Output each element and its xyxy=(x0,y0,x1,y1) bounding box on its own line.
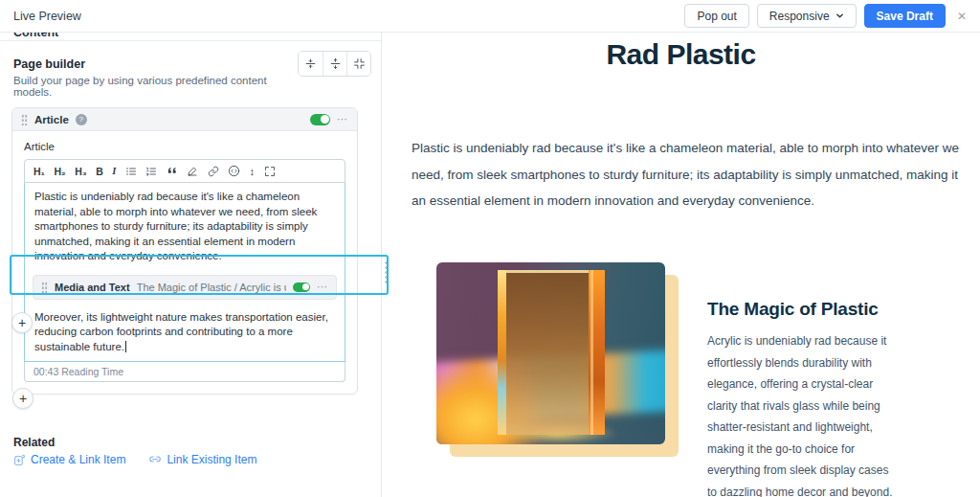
richtext-toolbar: H₁ H₂ H₃ B I xyxy=(24,159,345,183)
slab-left-edge xyxy=(498,270,506,435)
live-preview-app: { "topbar": { "title": "Live Preview", "… xyxy=(0,0,980,497)
pop-out-button[interactable]: Pop out xyxy=(684,4,748,28)
richtext-content[interactable]: Plastic is undeniably rad because it's l… xyxy=(24,182,345,362)
compress-icon xyxy=(353,57,366,70)
highlight-pen-icon xyxy=(187,166,198,177)
bullet-list-icon xyxy=(125,166,137,177)
link-existing-item-link[interactable]: Link Existing Item xyxy=(148,453,256,466)
embed-code-button[interactable] xyxy=(228,165,240,177)
embed-drag-handle-icon[interactable] xyxy=(41,282,48,293)
embed-overflow-menu[interactable]: ⋯ xyxy=(317,282,328,292)
expand-all-icon xyxy=(329,57,342,70)
italic-button[interactable]: I xyxy=(112,166,116,176)
help-icon[interactable]: ? xyxy=(76,114,87,125)
heading1-button[interactable]: H₁ xyxy=(33,166,45,177)
related-links: Create & Link Item Link Existing Item xyxy=(13,453,256,466)
highlight-pen-button[interactable] xyxy=(187,166,198,177)
add-block-inline-button[interactable]: + xyxy=(11,312,33,333)
page-builder-header: Page builder Build your page by using va… xyxy=(13,57,301,98)
slab-right-edge xyxy=(589,270,605,435)
article-paragraph-2[interactable]: Moreover, its lightweight nature makes t… xyxy=(25,304,345,362)
numbered-list-button[interactable] xyxy=(145,166,157,177)
add-block-button[interactable]: + xyxy=(12,388,33,409)
reading-time-status: 00:43 Reading Time xyxy=(24,362,345,382)
preview-media-text-column: The Magic of Plastic Acrylic is undeniab… xyxy=(707,262,899,497)
numbered-list-icon xyxy=(145,166,157,177)
preview-panel: Rad Plastic Plastic is undeniably rad be… xyxy=(382,33,980,497)
content-section-label: Content xyxy=(0,33,381,39)
acrylic-slab xyxy=(498,270,605,435)
heading3-button[interactable]: H₃ xyxy=(75,166,86,177)
panel-resize-handle[interactable] xyxy=(384,260,389,285)
link-button[interactable] xyxy=(208,166,219,177)
page-builder-toolbar xyxy=(298,51,371,77)
save-draft-label: Save Draft xyxy=(877,10,933,23)
expand-all-button[interactable] xyxy=(323,52,346,76)
embed-summary: The Magic of Plastic / Acrylic is undeni… xyxy=(137,282,286,293)
content-section-header: Content xyxy=(0,33,381,41)
paragraph-2-text: Moreover, its lightweight nature makes t… xyxy=(34,311,328,352)
create-and-link-item-link[interactable]: Create & Link Item xyxy=(13,453,125,466)
media-and-text-embed[interactable]: Media and Text The Magic of Plastic / Ac… xyxy=(33,275,337,300)
chevron-down-icon xyxy=(835,11,844,20)
article-block-card: Article ? ⋯ Article H₁ H₂ H₃ B I xyxy=(11,107,358,395)
page-builder-subtitle: Build your page by using various predefi… xyxy=(13,75,301,98)
collapse-all-button[interactable] xyxy=(299,52,323,76)
embed-code-icon xyxy=(228,165,240,177)
article-block-body: Article H₁ H₂ H₃ B I xyxy=(12,131,357,394)
embed-toggle[interactable] xyxy=(293,282,310,292)
embed-label: Media and Text xyxy=(55,282,130,293)
close-icon[interactable]: ✕ xyxy=(957,10,967,23)
pop-out-label: Pop out xyxy=(697,10,736,23)
editor-panel: Content Page builder Build your page by … xyxy=(0,33,382,497)
slab-face xyxy=(506,270,589,435)
topbar: Live Preview Pop out Responsive Save Dra… xyxy=(0,0,980,33)
preview-page-title: Rad Plastic xyxy=(382,38,980,71)
responsive-dropdown[interactable]: Responsive xyxy=(757,4,857,28)
media-text-heading: The Magic of Plastic xyxy=(707,299,899,320)
page-builder-title: Page builder xyxy=(13,57,301,71)
save-draft-button[interactable]: Save Draft xyxy=(864,4,946,28)
article-overflow-menu[interactable]: ⋯ xyxy=(337,114,348,124)
page-title: Live Preview xyxy=(13,10,81,23)
blockquote-button[interactable] xyxy=(167,166,178,177)
responsive-label: Responsive xyxy=(769,10,830,23)
compress-view-button[interactable] xyxy=(346,52,370,76)
related-section-title: Related xyxy=(13,436,55,449)
link-icon xyxy=(208,166,219,177)
drag-handle-icon[interactable] xyxy=(21,114,28,125)
vertical-expand-button[interactable]: ↕ xyxy=(250,166,255,177)
link-existing-icon xyxy=(148,453,162,466)
article-toggle[interactable] xyxy=(310,114,330,125)
acrylic-cube-image xyxy=(436,262,665,444)
blockquote-icon xyxy=(167,166,178,177)
link-existing-label: Link Existing Item xyxy=(167,453,256,466)
fullscreen-icon xyxy=(264,166,276,177)
bullet-list-button[interactable] xyxy=(125,166,137,177)
media-text-body: Acrylic is undeniably rad because it eff… xyxy=(707,330,899,497)
collapse-all-icon xyxy=(304,57,317,70)
fullscreen-button[interactable] xyxy=(264,166,276,177)
article-field-label: Article xyxy=(24,141,345,152)
create-item-icon xyxy=(13,454,26,466)
text-caret xyxy=(125,341,126,352)
article-paragraph-1[interactable]: Plastic is undeniably rad because it's l… xyxy=(25,183,345,271)
preview-media-text-section: The Magic of Plastic Acrylic is undeniab… xyxy=(436,262,899,497)
preview-intro-paragraph: Plastic is undeniably rad because it's l… xyxy=(412,135,962,215)
bold-button[interactable]: B xyxy=(96,166,103,177)
heading2-button[interactable]: H₂ xyxy=(54,166,65,177)
article-block-header[interactable]: Article ? ⋯ xyxy=(12,108,357,131)
create-and-link-label: Create & Link Item xyxy=(31,453,125,466)
article-block-title: Article xyxy=(34,114,69,125)
